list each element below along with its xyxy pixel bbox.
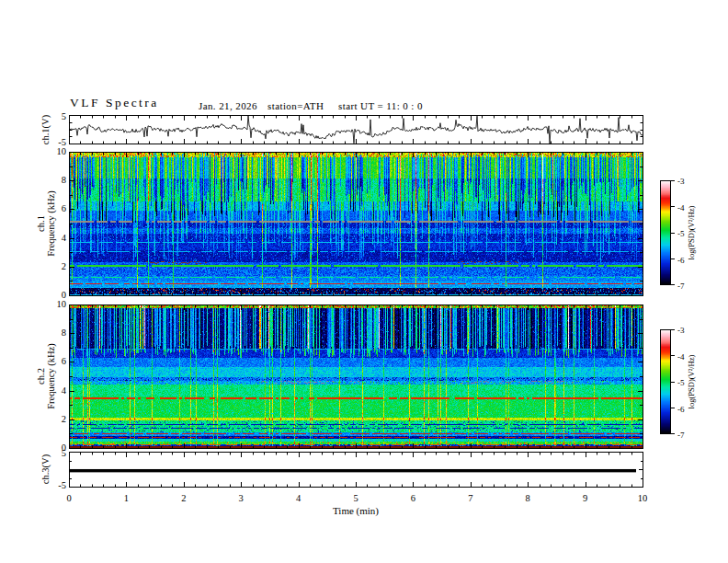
freq-tick-label: 2 [40,261,66,272]
freq-tick-label: 6 [40,203,66,214]
ch2-spectrogram-canvas [69,304,643,449]
colorbar-ch1-canvas [660,180,676,285]
ch2-frequency-axis-label-line2: Frequency (kHz) [46,343,56,408]
freq-tick-label: 10 [40,299,66,310]
time-tick-label: 8 [526,493,530,504]
volt-tick-label: 5 [40,111,66,122]
volt-tick-label: -5 [40,480,66,491]
colorbar-tick-label: -3 [677,325,685,336]
plot-start-ut: start UT = 11: 0 : 0 [338,100,423,111]
ch1-spectrogram-canvas [69,152,643,296]
freq-tick-label: 4 [40,233,66,244]
time-axis-label: Time (min) [333,505,379,516]
colorbar-ch1-axis-label: log(PSD)(V²/Hz) [687,206,696,260]
volt-tick-label: 5 [40,448,66,459]
time-tick-label: 4 [296,493,301,504]
freq-tick-label: 4 [40,385,66,396]
freq-tick-label: 2 [40,414,66,425]
ch1-waveform-canvas [69,115,643,144]
colorbar-ch2-canvas [660,329,676,434]
time-tick-label: 2 [181,493,186,504]
ch1-frequency-axis-label: ch.1 Frequency (kHz) [36,190,56,256]
ch3-waveform-canvas [69,452,643,488]
colorbar-tick-label: -5 [677,377,685,388]
time-tick-label: 10 [638,493,648,504]
colorbar-ch2-axis-label: log(PSD)(V²/Hz) [687,355,696,409]
colorbar-tick-label: -6 [677,404,685,415]
time-tick-label: 6 [411,493,415,504]
colorbar-tick-label: -4 [677,351,685,362]
volt-tick-label: -5 [40,137,66,148]
time-tick-label: 9 [583,493,587,504]
freq-tick-label: 6 [40,356,66,367]
vlf-spectra-figure: VLF Spectra Jan. 21, 2026 station=ATH st… [0,0,728,563]
freq-tick-label: 8 [40,327,66,339]
ch2-frequency-axis-label-line1: ch.2 [36,343,46,408]
colorbar-tick-label: -7 [677,430,685,441]
colorbar-tick-label: -6 [677,255,685,266]
plot-date: Jan. 21, 2026 [199,100,257,111]
time-tick-label: 7 [468,493,472,504]
plot-station: station=ATH [267,100,324,111]
plot-title: VLF Spectra [70,98,159,109]
ch1-frequency-axis-label-line2: Frequency (kHz) [46,190,56,256]
colorbar-tick-label: -7 [677,281,685,292]
colorbar-tick-label: -5 [677,228,685,239]
time-tick-label: 5 [353,493,358,504]
colorbar-tick-label: -3 [677,176,685,187]
time-tick-label: 1 [124,493,129,504]
time-tick-label: 3 [239,493,244,504]
ch2-frequency-axis-label: ch.2 Frequency (kHz) [36,343,56,408]
ch1-frequency-axis-label-line1: ch.1 [36,190,46,256]
freq-tick-label: 8 [40,175,66,186]
colorbar-tick-label: -4 [677,202,685,213]
time-tick-label: 0 [66,493,71,504]
